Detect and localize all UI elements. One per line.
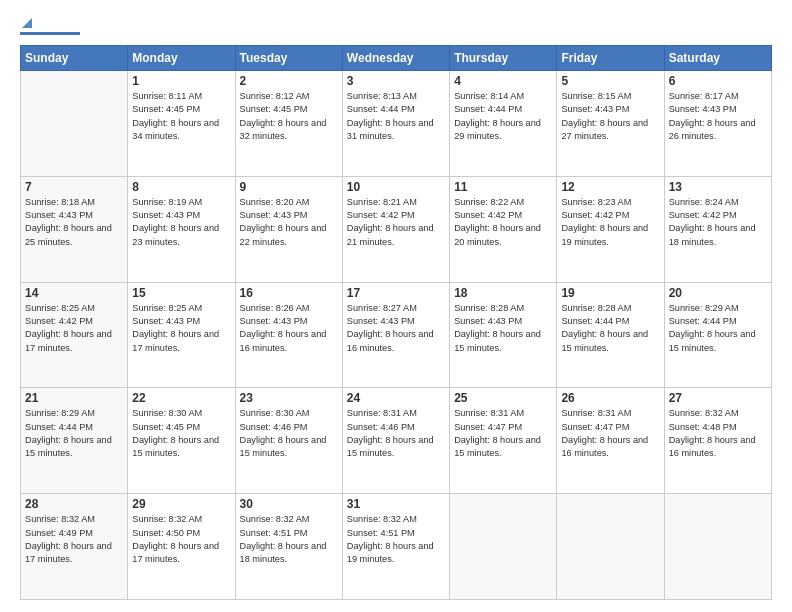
calendar-cell: 4Sunrise: 8:14 AM Sunset: 4:44 PM Daylig… bbox=[450, 71, 557, 177]
day-info: Sunrise: 8:18 AM Sunset: 4:43 PM Dayligh… bbox=[25, 196, 123, 249]
calendar-cell bbox=[664, 494, 771, 600]
page: SundayMondayTuesdayWednesdayThursdayFrid… bbox=[0, 0, 792, 612]
day-number: 19 bbox=[561, 286, 659, 300]
day-info: Sunrise: 8:15 AM Sunset: 4:43 PM Dayligh… bbox=[561, 90, 659, 143]
day-info: Sunrise: 8:28 AM Sunset: 4:44 PM Dayligh… bbox=[561, 302, 659, 355]
day-number: 18 bbox=[454, 286, 552, 300]
day-number: 7 bbox=[25, 180, 123, 194]
day-number: 30 bbox=[240, 497, 338, 511]
calendar-cell: 24Sunrise: 8:31 AM Sunset: 4:46 PM Dayli… bbox=[342, 388, 449, 494]
calendar-cell bbox=[450, 494, 557, 600]
day-number: 12 bbox=[561, 180, 659, 194]
day-info: Sunrise: 8:24 AM Sunset: 4:42 PM Dayligh… bbox=[669, 196, 767, 249]
day-info: Sunrise: 8:12 AM Sunset: 4:45 PM Dayligh… bbox=[240, 90, 338, 143]
day-number: 1 bbox=[132, 74, 230, 88]
day-number: 10 bbox=[347, 180, 445, 194]
day-number: 24 bbox=[347, 391, 445, 405]
day-info: Sunrise: 8:13 AM Sunset: 4:44 PM Dayligh… bbox=[347, 90, 445, 143]
day-number: 17 bbox=[347, 286, 445, 300]
day-number: 8 bbox=[132, 180, 230, 194]
day-info: Sunrise: 8:28 AM Sunset: 4:43 PM Dayligh… bbox=[454, 302, 552, 355]
day-info: Sunrise: 8:31 AM Sunset: 4:47 PM Dayligh… bbox=[454, 407, 552, 460]
calendar-cell: 7Sunrise: 8:18 AM Sunset: 4:43 PM Daylig… bbox=[21, 176, 128, 282]
weekday-header-sunday: Sunday bbox=[21, 46, 128, 71]
calendar-table: SundayMondayTuesdayWednesdayThursdayFrid… bbox=[20, 45, 772, 600]
day-info: Sunrise: 8:30 AM Sunset: 4:46 PM Dayligh… bbox=[240, 407, 338, 460]
day-info: Sunrise: 8:32 AM Sunset: 4:49 PM Dayligh… bbox=[25, 513, 123, 566]
calendar-cell: 2Sunrise: 8:12 AM Sunset: 4:45 PM Daylig… bbox=[235, 71, 342, 177]
day-info: Sunrise: 8:26 AM Sunset: 4:43 PM Dayligh… bbox=[240, 302, 338, 355]
day-info: Sunrise: 8:19 AM Sunset: 4:43 PM Dayligh… bbox=[132, 196, 230, 249]
day-number: 2 bbox=[240, 74, 338, 88]
day-number: 14 bbox=[25, 286, 123, 300]
weekday-header-saturday: Saturday bbox=[664, 46, 771, 71]
day-info: Sunrise: 8:29 AM Sunset: 4:44 PM Dayligh… bbox=[669, 302, 767, 355]
day-info: Sunrise: 8:21 AM Sunset: 4:42 PM Dayligh… bbox=[347, 196, 445, 249]
calendar-cell: 8Sunrise: 8:19 AM Sunset: 4:43 PM Daylig… bbox=[128, 176, 235, 282]
calendar-cell: 23Sunrise: 8:30 AM Sunset: 4:46 PM Dayli… bbox=[235, 388, 342, 494]
day-info: Sunrise: 8:32 AM Sunset: 4:51 PM Dayligh… bbox=[347, 513, 445, 566]
calendar-cell bbox=[21, 71, 128, 177]
logo-underline bbox=[20, 32, 80, 35]
calendar-cell: 19Sunrise: 8:28 AM Sunset: 4:44 PM Dayli… bbox=[557, 282, 664, 388]
day-number: 28 bbox=[25, 497, 123, 511]
day-info: Sunrise: 8:31 AM Sunset: 4:46 PM Dayligh… bbox=[347, 407, 445, 460]
day-number: 22 bbox=[132, 391, 230, 405]
day-info: Sunrise: 8:32 AM Sunset: 4:50 PM Dayligh… bbox=[132, 513, 230, 566]
day-info: Sunrise: 8:17 AM Sunset: 4:43 PM Dayligh… bbox=[669, 90, 767, 143]
day-number: 27 bbox=[669, 391, 767, 405]
calendar-cell: 31Sunrise: 8:32 AM Sunset: 4:51 PM Dayli… bbox=[342, 494, 449, 600]
day-info: Sunrise: 8:14 AM Sunset: 4:44 PM Dayligh… bbox=[454, 90, 552, 143]
day-info: Sunrise: 8:27 AM Sunset: 4:43 PM Dayligh… bbox=[347, 302, 445, 355]
day-number: 9 bbox=[240, 180, 338, 194]
day-number: 13 bbox=[669, 180, 767, 194]
calendar-cell: 13Sunrise: 8:24 AM Sunset: 4:42 PM Dayli… bbox=[664, 176, 771, 282]
calendar-cell: 11Sunrise: 8:22 AM Sunset: 4:42 PM Dayli… bbox=[450, 176, 557, 282]
day-number: 31 bbox=[347, 497, 445, 511]
calendar-cell: 15Sunrise: 8:25 AM Sunset: 4:43 PM Dayli… bbox=[128, 282, 235, 388]
day-info: Sunrise: 8:25 AM Sunset: 4:43 PM Dayligh… bbox=[132, 302, 230, 355]
weekday-header-monday: Monday bbox=[128, 46, 235, 71]
day-number: 20 bbox=[669, 286, 767, 300]
weekday-header-friday: Friday bbox=[557, 46, 664, 71]
logo-arrow-icon bbox=[22, 18, 32, 28]
calendar-cell: 21Sunrise: 8:29 AM Sunset: 4:44 PM Dayli… bbox=[21, 388, 128, 494]
calendar-cell: 14Sunrise: 8:25 AM Sunset: 4:42 PM Dayli… bbox=[21, 282, 128, 388]
day-info: Sunrise: 8:31 AM Sunset: 4:47 PM Dayligh… bbox=[561, 407, 659, 460]
day-number: 23 bbox=[240, 391, 338, 405]
day-info: Sunrise: 8:11 AM Sunset: 4:45 PM Dayligh… bbox=[132, 90, 230, 143]
day-number: 15 bbox=[132, 286, 230, 300]
calendar-cell: 9Sunrise: 8:20 AM Sunset: 4:43 PM Daylig… bbox=[235, 176, 342, 282]
day-number: 4 bbox=[454, 74, 552, 88]
day-number: 3 bbox=[347, 74, 445, 88]
calendar-cell: 30Sunrise: 8:32 AM Sunset: 4:51 PM Dayli… bbox=[235, 494, 342, 600]
calendar-cell: 6Sunrise: 8:17 AM Sunset: 4:43 PM Daylig… bbox=[664, 71, 771, 177]
day-number: 6 bbox=[669, 74, 767, 88]
day-info: Sunrise: 8:23 AM Sunset: 4:42 PM Dayligh… bbox=[561, 196, 659, 249]
calendar-cell: 29Sunrise: 8:32 AM Sunset: 4:50 PM Dayli… bbox=[128, 494, 235, 600]
day-number: 5 bbox=[561, 74, 659, 88]
day-info: Sunrise: 8:32 AM Sunset: 4:51 PM Dayligh… bbox=[240, 513, 338, 566]
day-number: 26 bbox=[561, 391, 659, 405]
calendar-cell: 5Sunrise: 8:15 AM Sunset: 4:43 PM Daylig… bbox=[557, 71, 664, 177]
calendar-cell: 16Sunrise: 8:26 AM Sunset: 4:43 PM Dayli… bbox=[235, 282, 342, 388]
calendar-cell: 27Sunrise: 8:32 AM Sunset: 4:48 PM Dayli… bbox=[664, 388, 771, 494]
day-info: Sunrise: 8:22 AM Sunset: 4:42 PM Dayligh… bbox=[454, 196, 552, 249]
day-info: Sunrise: 8:20 AM Sunset: 4:43 PM Dayligh… bbox=[240, 196, 338, 249]
calendar-cell: 10Sunrise: 8:21 AM Sunset: 4:42 PM Dayli… bbox=[342, 176, 449, 282]
calendar-cell: 26Sunrise: 8:31 AM Sunset: 4:47 PM Dayli… bbox=[557, 388, 664, 494]
day-info: Sunrise: 8:29 AM Sunset: 4:44 PM Dayligh… bbox=[25, 407, 123, 460]
logo bbox=[20, 18, 80, 35]
calendar-cell: 25Sunrise: 8:31 AM Sunset: 4:47 PM Dayli… bbox=[450, 388, 557, 494]
header bbox=[20, 18, 772, 35]
day-info: Sunrise: 8:30 AM Sunset: 4:45 PM Dayligh… bbox=[132, 407, 230, 460]
day-number: 21 bbox=[25, 391, 123, 405]
weekday-header-tuesday: Tuesday bbox=[235, 46, 342, 71]
calendar-cell bbox=[557, 494, 664, 600]
weekday-header-wednesday: Wednesday bbox=[342, 46, 449, 71]
day-number: 25 bbox=[454, 391, 552, 405]
day-info: Sunrise: 8:25 AM Sunset: 4:42 PM Dayligh… bbox=[25, 302, 123, 355]
calendar-cell: 20Sunrise: 8:29 AM Sunset: 4:44 PM Dayli… bbox=[664, 282, 771, 388]
calendar-cell: 17Sunrise: 8:27 AM Sunset: 4:43 PM Dayli… bbox=[342, 282, 449, 388]
calendar-cell: 12Sunrise: 8:23 AM Sunset: 4:42 PM Dayli… bbox=[557, 176, 664, 282]
